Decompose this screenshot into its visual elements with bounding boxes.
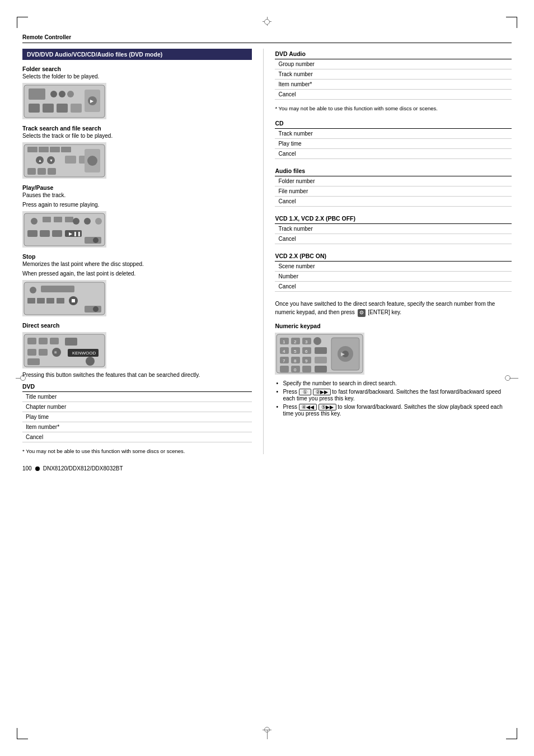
- svg-rect-51: [72, 299, 75, 302]
- svg-rect-58: [65, 338, 77, 346]
- svg-rect-15: [50, 147, 60, 152]
- svg-rect-56: [39, 338, 48, 344]
- left-column: DVD/DVD Audio/VCD/CD/Audio files (DVD mo…: [22, 49, 263, 454]
- bullet-list: Specify the number to search in direct s…: [275, 379, 512, 418]
- svg-rect-30: [43, 217, 51, 222]
- bullet-item-2: Press ① ②▶▶ to fast forward/backward. Sw…: [275, 388, 512, 403]
- table-row: Cancel: [275, 197, 512, 207]
- audio-files-table-section: Audio files Folder number File number Ca…: [275, 166, 512, 207]
- table-row: Cancel: [275, 282, 512, 292]
- svg-rect-45: [41, 286, 74, 292]
- stop-image: [22, 280, 106, 316]
- dvd-table-title: DVD: [22, 381, 252, 392]
- svg-rect-37: [40, 230, 50, 237]
- svg-rect-8: [71, 104, 82, 113]
- dvd-footnote: * You may not be able to use this functi…: [22, 448, 252, 454]
- svg-rect-25: [48, 168, 56, 175]
- table-row: Track number: [275, 224, 512, 234]
- svg-point-27: [87, 156, 97, 166]
- svg-rect-60: [39, 349, 48, 356]
- right-column: DVD Audio Group number Track number Item…: [263, 49, 512, 454]
- svg-rect-89: [280, 366, 289, 372]
- svg-point-66: [86, 357, 95, 366]
- table-row: Cancel: [22, 432, 252, 442]
- svg-rect-47: [37, 298, 45, 304]
- svg-rect-23: [27, 168, 36, 175]
- svg-rect-5: [29, 104, 40, 113]
- svg-point-4: [67, 91, 74, 97]
- svg-rect-6: [43, 104, 54, 113]
- table-row: Folder number: [275, 176, 512, 186]
- svg-text:≡: ≡: [54, 350, 57, 355]
- svg-rect-7: [57, 104, 68, 113]
- svg-text:KENWOOD: KENWOOD: [72, 351, 96, 356]
- svg-point-3: [59, 91, 65, 97]
- cd-table-title: CD: [275, 118, 512, 129]
- fast-forward-btn1: ①: [299, 389, 311, 395]
- svg-rect-49: [57, 298, 64, 304]
- svg-point-33: [73, 218, 79, 225]
- corner-mark-br: [506, 728, 517, 739]
- model-name: DNX8120/DDX812/DDX8032BT: [43, 465, 123, 472]
- bullet-item-3: Press ④◀◀ ⑤▶▶ to slow forward/backward. …: [275, 403, 512, 418]
- vcd2-table-title: VCD 2.X (PBC ON): [275, 251, 512, 262]
- left-section-header: DVD/DVD Audio/VCD/CD/Audio files (DVD mo…: [22, 49, 252, 60]
- svg-point-74: [313, 337, 321, 345]
- svg-rect-31: [54, 217, 62, 222]
- svg-rect-36: [27, 230, 38, 237]
- svg-rect-88: [315, 357, 327, 363]
- page: Remote Controller DVD/DVD Audio/VCD/CD/A…: [0, 0, 534, 756]
- numeric-keypad-title: Numeric keypad: [275, 323, 512, 329]
- table-row: Cancel: [275, 149, 512, 159]
- audio-files-table-title: Audio files: [275, 166, 512, 176]
- svg-text:▶ ❚❚: ▶ ❚❚: [69, 231, 81, 236]
- svg-text:2: 2: [294, 339, 297, 344]
- slow-forward-btn1: ④◀◀: [299, 404, 317, 410]
- vcd1-table-title: VCD 1.X, VCD 2.X (PBC OFF): [275, 213, 512, 224]
- table-row: Cancel: [275, 234, 512, 244]
- svg-point-44: [30, 287, 36, 293]
- svg-rect-48: [46, 298, 54, 304]
- table-row: Cancel: [275, 90, 512, 100]
- svg-text:0: 0: [294, 367, 297, 372]
- svg-point-34: [84, 218, 91, 225]
- cd-table-section: CD Track number Play time Cancel: [275, 118, 512, 159]
- svg-point-53: [93, 306, 99, 312]
- table-row: Item number*: [275, 80, 512, 90]
- play-pause-desc2: Press again to resume playing.: [22, 202, 252, 208]
- table-row: Chapter number: [22, 402, 252, 412]
- folder-search-title: Folder search: [22, 66, 252, 72]
- vcd2-table-section: VCD 2.X (PBC ON) Scene number Number Can…: [275, 251, 512, 292]
- track-search-title: Track search and file search: [22, 125, 252, 132]
- header-section: Remote Controller: [22, 34, 512, 43]
- svg-text:▲: ▲: [38, 158, 42, 162]
- button-label: ①: [303, 389, 307, 395]
- play-pause-desc1: Pauses the track.: [22, 192, 252, 198]
- svg-text:▶: ▶: [90, 99, 94, 104]
- direct-search-right-desc: Once you have switched to the direct sea…: [275, 300, 512, 317]
- slow-backward-btn2: ⑤▶▶: [318, 404, 336, 410]
- svg-point-2: [50, 91, 57, 97]
- table-row: Track number: [275, 69, 512, 80]
- svg-text:▼: ▼: [49, 158, 53, 162]
- svg-rect-65: [27, 358, 40, 365]
- stop-desc1: Memorizes the last point where the disc …: [22, 261, 252, 267]
- footer: 100 DNX8120/DDX812/DDX8032BT: [22, 465, 512, 472]
- table-row: File number: [275, 186, 512, 197]
- svg-rect-55: [27, 338, 36, 344]
- table-row: Scene number: [275, 262, 512, 272]
- crosshair-top: [263, 17, 271, 25]
- corner-mark-tr: [506, 17, 517, 28]
- svg-rect-81: [315, 347, 327, 354]
- track-search-desc: Selects the track or file to be played.: [22, 133, 252, 139]
- play-pause-title: Play/Pause: [22, 184, 252, 191]
- corner-mark-tl: [17, 17, 28, 28]
- svg-text:4: 4: [283, 349, 285, 354]
- table-row: Play time: [22, 412, 252, 422]
- svg-rect-24: [38, 168, 46, 175]
- table-row: Group number: [275, 59, 512, 69]
- svg-text:7: 7: [283, 358, 285, 363]
- table-row: Number: [275, 272, 512, 282]
- svg-rect-92: [302, 366, 311, 372]
- svg-rect-16: [61, 147, 71, 152]
